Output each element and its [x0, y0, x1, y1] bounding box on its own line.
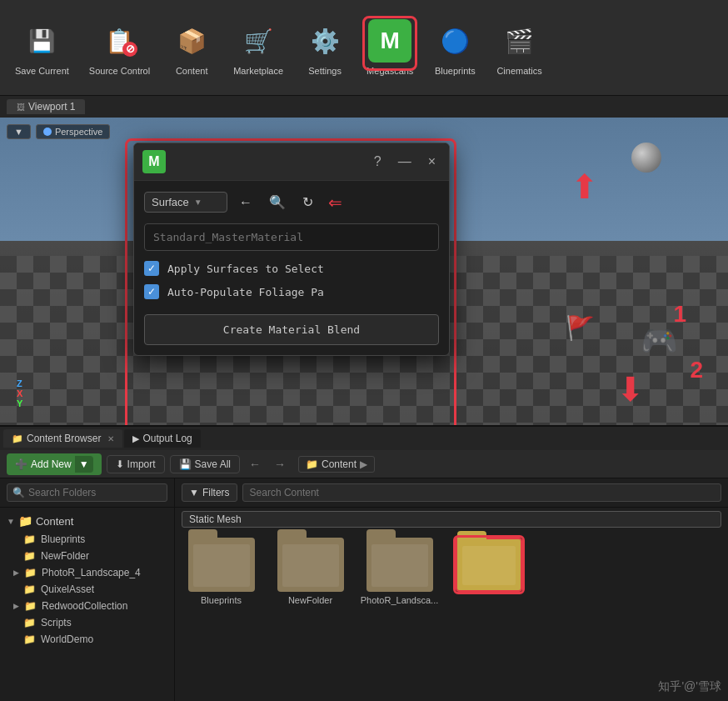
- content-search-input[interactable]: [242, 483, 721, 502]
- tree-item-quixel[interactable]: 📁 QuixelAsset: [0, 581, 174, 598]
- viewport-tab-label: Viewport 1: [28, 101, 75, 113]
- material-search-input[interactable]: [144, 223, 439, 251]
- cinematics-icon: 🎬: [498, 19, 541, 63]
- blueprints-icon: 🔵: [433, 19, 476, 63]
- tree-item-photor[interactable]: ▶ 📁 PhotoR_Landscape_4: [0, 564, 174, 581]
- content-browser: 📁 Content Browser ✕ ▶ Output Log ➕ Add N…: [0, 425, 728, 701]
- tree-photor-icon: 📁: [24, 567, 37, 578]
- content-label: Content: [176, 66, 208, 76]
- tree-blueprints-icon: 📁: [23, 533, 36, 545]
- watermark: 知乎'@'雪球: [658, 679, 721, 694]
- arrow-up-annotation: ⬆: [571, 168, 599, 206]
- filter-icon: ▼: [189, 487, 199, 498]
- filter-tag-static-mesh[interactable]: Static Mesh: [182, 511, 721, 528]
- tree-worlddemo-icon: 📁: [23, 633, 36, 645]
- arrow-down-annotation: ⬇: [616, 370, 645, 408]
- settings-icon: ⚙️: [303, 19, 347, 63]
- panel-help-btn[interactable]: ?: [369, 153, 386, 171]
- add-new-dropdown-arrow[interactable]: ▼: [75, 456, 93, 473]
- refresh-btn[interactable]: ↻: [297, 191, 318, 213]
- toolbar-cinematics[interactable]: 🎬 Cinematics: [488, 14, 550, 81]
- viewport-tab-icon: 🖼: [17, 103, 25, 112]
- perspective-dot: [43, 128, 52, 136]
- auto-populate-label: Auto-Populate Foliage Pa: [167, 286, 324, 298]
- content-browser-toolbar: ➕ Add New ▼ ⬇ Import 💾 Save All ← → 📁 Co…: [0, 450, 728, 478]
- auto-populate-checkbox[interactable]: ✓: [144, 284, 159, 299]
- content-browser-tab[interactable]: 📁 Content Browser ✕: [3, 429, 122, 448]
- panel-close-btn[interactable]: ×: [423, 153, 441, 171]
- surface-dropdown[interactable]: Surface ▼: [144, 192, 227, 213]
- tree-item-scripts[interactable]: 📁 Scripts: [0, 614, 174, 631]
- tree-photor-arrow: ▶: [13, 568, 19, 577]
- asset-grid: Blueprints NewFolder: [175, 531, 728, 612]
- nav-back-btn[interactable]: ←: [245, 455, 265, 473]
- search-btn[interactable]: 🔍: [264, 191, 291, 213]
- folder-tree: ▼ 📁 Content 📁 Blueprints 📁 NewFolder ▶ 📁…: [0, 508, 174, 701]
- content-icon: 📦: [170, 19, 213, 63]
- panel-logo: M: [142, 150, 166, 173]
- back-btn[interactable]: ←: [234, 192, 257, 213]
- tree-item-newfolder[interactable]: 📁 NewFolder: [0, 548, 174, 564]
- perspective-btn[interactable]: Perspective: [36, 124, 110, 139]
- save-current-label: Save Current: [15, 66, 69, 76]
- asset-item-blueprints[interactable]: Blueprints: [182, 538, 261, 605]
- toolbar-content[interactable]: 📦 Content: [162, 14, 222, 81]
- settings-label: Settings: [308, 66, 342, 76]
- add-new-icon: ➕: [15, 458, 27, 470]
- content-browser-tab-bar: 📁 Content Browser ✕ ▶ Output Log: [0, 427, 728, 450]
- tree-redwood-icon: 📁: [24, 600, 37, 612]
- nav-forward-btn[interactable]: →: [270, 455, 290, 473]
- source-panel: 🔍 ▼ 📁 Content 📁 Blueprints 📁 NewFolder: [0, 478, 175, 701]
- megascans-label: Megascans: [366, 66, 413, 76]
- add-new-button[interactable]: ➕ Add New ▼: [7, 453, 102, 475]
- asset-label-newfolder: NewFolder: [288, 595, 332, 605]
- breadcrumb-content[interactable]: 📁 Content ▶: [298, 456, 375, 473]
- folder-search-area: 🔍: [0, 478, 174, 508]
- toolbar-blueprints[interactable]: 🔵 Blueprints: [425, 14, 485, 81]
- output-log-tab-label: Output Log: [142, 433, 192, 444]
- asset-item-selected[interactable]: [449, 538, 528, 595]
- content-search-bar: ▼ Filters: [175, 478, 728, 508]
- filters-label: Filters: [202, 487, 230, 498]
- viewport-tab[interactable]: 🖼 Viewport 1: [7, 99, 85, 114]
- apply-surfaces-checkbox[interactable]: ✓: [144, 261, 159, 276]
- perspective-label: Perspective: [55, 127, 102, 137]
- toolbar-megascans[interactable]: M Megascans: [358, 14, 421, 81]
- surface-dropdown-label: Surface: [152, 196, 189, 208]
- toolbar-source-control[interactable]: 📋 ⊘ Source Control: [81, 14, 158, 81]
- arrow-annotation: ⇐: [328, 193, 342, 213]
- viewport-tab-bar: 🖼 Viewport 1: [0, 96, 728, 118]
- toolbar-settings[interactable]: ⚙️ Settings: [295, 14, 355, 81]
- import-icon: ⬇: [116, 458, 124, 470]
- breadcrumb-arrow: ▶: [360, 458, 367, 470]
- source-control-icon: 📋 ⊘: [98, 19, 142, 63]
- asset-label-blueprints: Blueprints: [201, 595, 242, 605]
- checkbox-apply-surfaces: ✓ Apply Surfaces to Select: [144, 261, 439, 276]
- asset-item-photor[interactable]: PhotoR_Landsca...: [360, 538, 439, 605]
- content-browser-tab-close[interactable]: ✕: [107, 434, 114, 443]
- toolbar-save-current[interactable]: 💾 Save Current: [7, 14, 77, 81]
- breadcrumb-folder-icon: 📁: [306, 458, 318, 470]
- tree-scripts-icon: 📁: [23, 617, 36, 628]
- content-browser-tab-icon: 📁: [12, 433, 23, 444]
- viewport-nav-btn[interactable]: ▼: [7, 124, 31, 139]
- asset-folder-newfolder: [277, 538, 344, 592]
- toolbar-marketplace[interactable]: 🛒 Marketplace: [225, 14, 292, 81]
- output-log-tab[interactable]: ▶ Output Log: [124, 429, 200, 448]
- folder-search-box: 🔍: [7, 483, 167, 502]
- save-all-button[interactable]: 💾 Save All: [170, 455, 240, 473]
- folder-search-input[interactable]: [28, 487, 162, 498]
- asset-item-newfolder[interactable]: NewFolder: [271, 538, 350, 605]
- output-log-tab-icon: ▶: [132, 433, 139, 444]
- filters-button[interactable]: ▼ Filters: [182, 483, 237, 502]
- create-material-blend-btn[interactable]: Create Material Blend: [144, 314, 439, 345]
- panel-minimize-btn[interactable]: —: [393, 153, 416, 171]
- tree-item-redwood[interactable]: ▶ 📁 RedwoodCollection: [0, 598, 174, 614]
- panel-titlebar: M ? — ×: [134, 143, 449, 181]
- asset-folder-photor: [366, 538, 433, 592]
- tree-item-worlddemo[interactable]: 📁 WorldDemo: [0, 631, 174, 648]
- import-button[interactable]: ⬇ Import: [107, 455, 165, 473]
- asset-label-photor: PhotoR_Landsca...: [361, 595, 439, 605]
- tree-item-blueprints[interactable]: 📁 Blueprints: [0, 531, 174, 548]
- tree-root-content[interactable]: ▼ 📁 Content: [0, 511, 174, 531]
